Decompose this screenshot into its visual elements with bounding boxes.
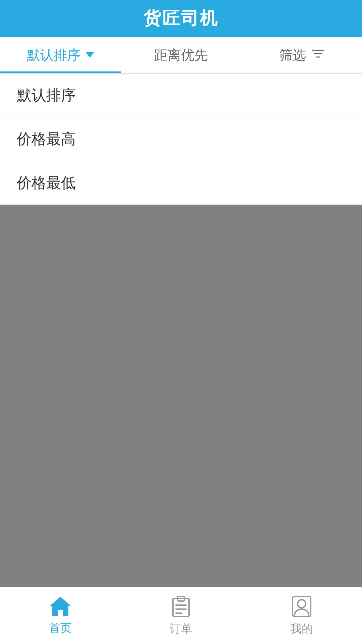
tab-distance-first-label: 距离优先 — [154, 46, 208, 64]
clipboard-icon — [171, 595, 191, 618]
bottom-nav: 首页 订单 我的 — [0, 587, 362, 644]
home-icon — [48, 595, 72, 617]
chevron-down-icon — [86, 52, 94, 58]
tab-default-sort[interactable]: 默认排序 — [0, 37, 121, 73]
nav-item-orders[interactable]: 订单 — [121, 595, 241, 637]
nav-home-label: 首页 — [49, 621, 72, 636]
dropdown-item-price-low[interactable]: 价格最低 — [0, 161, 362, 205]
tab-filter[interactable]: 筛选 — [241, 37, 362, 73]
svg-point-9 — [298, 600, 306, 608]
tab-filter-label: 筛选 — [279, 46, 306, 64]
gray-overlay — [0, 205, 362, 587]
tab-default-sort-label: 默认排序 — [27, 46, 80, 64]
filter-icon — [312, 48, 324, 63]
dropdown-item-price-high[interactable]: 价格最高 — [0, 117, 362, 161]
tab-bar: 默认排序 距离优先 筛选 — [0, 37, 362, 74]
nav-mine-label: 我的 — [290, 621, 313, 637]
dropdown-menu: 默认排序 价格最高 价格最低 — [0, 74, 362, 205]
main-content: 默认排序 距离优先 筛选 默认排序 价格最高 价格最低 — [0, 37, 362, 587]
dropdown-item-default[interactable]: 默认排序 — [0, 74, 362, 117]
dropdown-item-price-low-label: 价格最低 — [17, 173, 76, 193]
nav-item-home[interactable]: 首页 — [0, 595, 121, 636]
nav-item-mine[interactable]: 我的 — [241, 595, 362, 637]
app-title: 货匠司机 — [143, 7, 219, 30]
header: 货匠司机 — [0, 0, 362, 37]
dropdown-item-default-label: 默认排序 — [17, 86, 76, 105]
dropdown-item-price-high-label: 价格最高 — [17, 129, 76, 149]
person-icon — [291, 595, 312, 618]
tab-distance-first[interactable]: 距离优先 — [121, 37, 241, 73]
nav-orders-label: 订单 — [170, 621, 192, 637]
